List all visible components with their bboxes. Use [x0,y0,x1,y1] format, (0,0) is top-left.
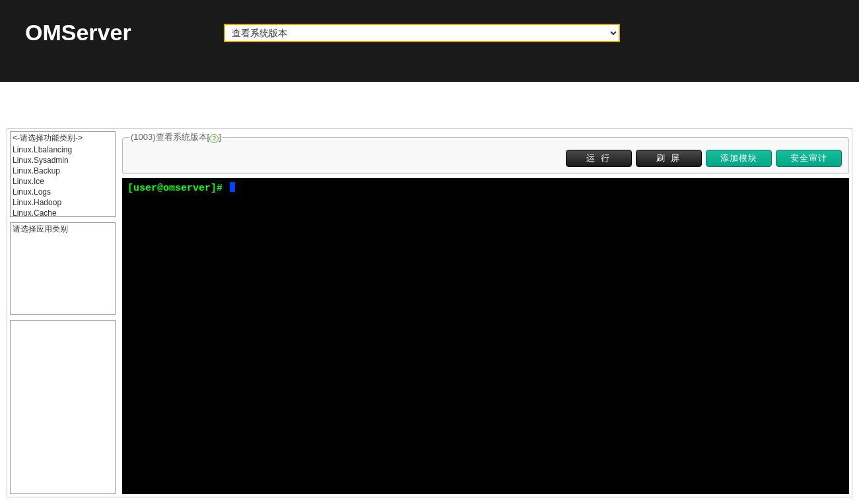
command-select-wrap: 查看系统版本 [224,24,620,42]
sidebar: <-请选择功能类别-> Linux.Lbalancing Linux.Sysad… [10,131,116,494]
terminal-cursor [230,182,235,192]
list-item[interactable]: Linux.Cache [11,208,115,217]
content-area: (1003)查看系统版本[?] 运 行 刷 屏 添加模块 安全审计 [user@… [122,131,849,494]
list-item[interactable]: Linux.Sysadmin [11,155,115,166]
terminal-output[interactable]: [user@omserver]# [122,178,849,494]
app-title: OMServer [25,20,131,46]
third-listbox[interactable] [10,320,116,494]
list-item[interactable]: Linux.Backup [11,166,115,176]
panel-legend: (1003)查看系统版本[?] [129,131,223,143]
refresh-button[interactable]: 刷 屏 [636,150,702,167]
legend-bracket-close: ] [219,132,221,142]
list-item[interactable]: <-请选择功能类别-> [11,132,115,144]
list-item[interactable]: Linux.Ice [11,176,115,187]
category-listbox[interactable]: <-请选择功能类别-> Linux.Lbalancing Linux.Sysad… [10,131,116,217]
list-item[interactable]: Linux.Logs [11,187,115,197]
run-button[interactable]: 运 行 [566,150,632,167]
help-icon[interactable]: ? [209,134,219,143]
list-item[interactable]: Linux.Lbalancing [11,144,115,155]
app-listbox[interactable]: 请选择应用类别 [10,222,116,315]
legend-id: (1003) [131,132,156,142]
list-item[interactable]: Linux.Hadoop [11,197,115,208]
list-item[interactable]: 请选择应用类别 [11,223,115,236]
terminal-prompt: [user@omserver]# [127,183,228,194]
button-row: 运 行 刷 屏 添加模块 安全审计 [129,150,842,167]
app-header: OMServer 查看系统版本 [0,0,859,82]
add-module-button[interactable]: 添加模块 [706,150,772,167]
audit-button[interactable]: 安全审计 [776,150,842,167]
command-select[interactable]: 查看系统版本 [224,24,620,42]
legend-title: 查看系统版本 [156,132,207,142]
command-panel: (1003)查看系统版本[?] 运 行 刷 屏 添加模块 安全审计 [122,131,849,174]
main-container: <-请选择功能类别-> Linux.Lbalancing Linux.Sysad… [7,128,852,497]
